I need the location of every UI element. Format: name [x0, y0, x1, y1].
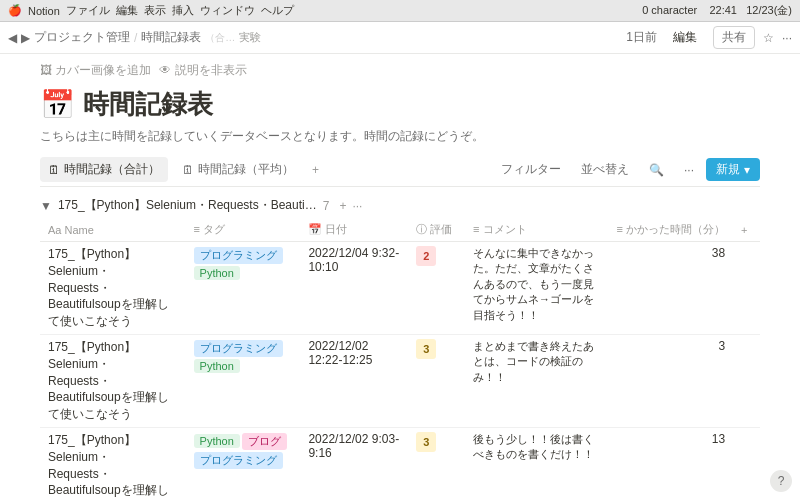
menubar-time: 0 character 22:41 12/23(金) [642, 3, 792, 18]
star-icon[interactable]: ☆ [763, 31, 774, 45]
cell-date-1[interactable]: 2022/12/02 12:22-12:25 [300, 334, 408, 427]
eval-col-icon: ⓘ [416, 223, 427, 235]
cell-tags-1: プログラミングPython [186, 334, 301, 427]
cell-eval-2[interactable]: 3 [408, 427, 465, 500]
col-header-eval[interactable]: ⓘ 評価 [408, 218, 465, 242]
table-row[interactable]: 175_【Python】Selenium・ Requests・Beautiful… [40, 334, 760, 427]
menu-edit[interactable]: 編集 [116, 3, 138, 18]
tag-blog-2[interactable]: ブログ [242, 433, 287, 450]
page-title[interactable]: 時間記録表 [83, 87, 213, 122]
menu-file[interactable]: ファイル [66, 3, 110, 18]
cell-time-0: 38 [609, 242, 733, 335]
cell-add-0 [733, 242, 760, 335]
group-add-button[interactable]: + [339, 199, 346, 213]
filter-button[interactable]: フィルター [493, 158, 569, 181]
tag-python-1[interactable]: Python [194, 359, 240, 373]
topbar-left: ◀ ▶ プロジェクト管理 / 時間記録表 （合… 実験 [8, 29, 620, 46]
menu-window[interactable]: ウィンドウ [200, 3, 255, 18]
hide-desc-button[interactable]: 👁 説明を非表示 [159, 62, 246, 79]
cell-time-2: 13 [609, 427, 733, 500]
breadcrumb-project[interactable]: プロジェクト管理 [34, 29, 130, 46]
edit-button[interactable]: 編集 [665, 27, 705, 48]
char-count: 0 character [642, 4, 697, 16]
chevron-down-icon: ▾ [744, 163, 750, 177]
date-col-label: 日付 [325, 223, 347, 235]
date-col-icon: 📅 [308, 223, 322, 235]
tag-prog-2[interactable]: プログラミング [194, 452, 283, 469]
eval-badge-0: 2 [416, 246, 436, 266]
clock: 22:41 [709, 4, 737, 16]
page-icon: 📅 [40, 88, 75, 121]
eval-badge-2: 3 [416, 432, 436, 452]
apple-icon[interactable]: 🍎 [8, 4, 22, 17]
page-header-actions: 🖼 カバー画像を追加 👁 説明を非表示 [40, 54, 760, 83]
group-toggle[interactable]: ▼ [40, 199, 52, 213]
new-record-button[interactable]: 新規 ▾ [706, 158, 760, 181]
back-icon[interactable]: ◀ [8, 31, 17, 45]
new-label: 新規 [716, 161, 740, 178]
eval-badge-1: 3 [416, 339, 436, 359]
tag-python-0[interactable]: Python [194, 266, 240, 280]
menu-insert[interactable]: 挿入 [172, 3, 194, 18]
sort-button[interactable]: 並べ替え [573, 158, 637, 181]
menu-view[interactable]: 表示 [144, 3, 166, 18]
time-col-icon: ≡ [617, 223, 623, 235]
cell-name-1[interactable]: 175_【Python】Selenium・ Requests・Beautiful… [40, 334, 186, 427]
group-header: ▼ 175_【Python】Selenium・Requests・Beauti… … [40, 191, 760, 218]
search-icon[interactable]: 🔍 [641, 160, 672, 180]
cell-eval-0[interactable]: 2 [408, 242, 465, 335]
cell-comment-0: そんなに集中できなかった。ただ、文章がたくさんあるので、もう一度見てからサムネ→… [465, 242, 609, 335]
cell-eval-1[interactable]: 3 [408, 334, 465, 427]
cell-time-1: 3 [609, 334, 733, 427]
cell-name-0[interactable]: 175_【Python】Selenium・ Requests・Beautiful… [40, 242, 186, 335]
col-header-comment[interactable]: ≡ コメント [465, 218, 609, 242]
cell-comment-2: 後もう少し！！後は書くべきものを書くだけ！！ [465, 427, 609, 500]
col-header-tag[interactable]: ≡ タグ [186, 218, 301, 242]
tag-prog-0[interactable]: プログラミング [194, 247, 283, 264]
breadcrumb-current[interactable]: 時間記録表 [141, 29, 201, 46]
app-name-badge: 実験 [239, 30, 261, 45]
menu-help[interactable]: ヘルプ [261, 3, 294, 18]
col-header-name[interactable]: Aa Name [40, 218, 186, 242]
cell-date-2[interactable]: 2022/12/02 9:03-9:16 [300, 427, 408, 500]
tag-col-label: タグ [203, 223, 225, 235]
more-icon[interactable]: ··· [782, 31, 792, 45]
add-col-label: + [741, 224, 747, 236]
cell-name-2[interactable]: 175_【Python】Selenium・ Requests・Beautiful… [40, 427, 186, 500]
time-col-label: かかった時間（分） [626, 223, 725, 235]
cell-tags-2: Pythonブログプログラミング [186, 427, 301, 500]
tab-total-label: 時間記録（合計） [64, 161, 160, 178]
forward-icon[interactable]: ▶ [21, 31, 30, 45]
tab-avg-label: 時間記録（平均） [198, 161, 294, 178]
breadcrumb-sep: / [134, 31, 137, 45]
table-row[interactable]: 175_【Python】Selenium・ Requests・Beautiful… [40, 242, 760, 335]
group-title: 175_【Python】Selenium・Requests・Beauti… [58, 197, 317, 214]
menu-notion[interactable]: Notion [28, 5, 60, 17]
notion-topbar: ◀ ▶ プロジェクト管理 / 時間記録表 （合… 実験 1日前 編集 共有 ☆ … [0, 22, 800, 54]
menubar-left: 🍎 Notion ファイル 編集 表示 挿入 ウィンドウ ヘルプ [8, 3, 634, 18]
page-description: こちらは主に時間を記録していくデータベースとなります。時間の記録にどうぞ。 [40, 126, 760, 153]
tab-time-avg[interactable]: 🗓 時間記録（平均） [174, 157, 302, 182]
cell-comment-1: まとめまで書き終えたあとは、コードの検証のみ！！ [465, 334, 609, 427]
cell-add-1 [733, 334, 760, 427]
add-cover-button[interactable]: 🖼 カバー画像を追加 [40, 62, 151, 79]
tab-time-total[interactable]: 🗓 時間記録（合計） [40, 157, 168, 182]
date-display: 12/23(金) [746, 4, 792, 16]
page-title-row: 📅 時間記録表 [40, 83, 760, 126]
share-button[interactable]: 共有 [713, 26, 755, 49]
day-count: 1日前 [626, 29, 657, 46]
add-tab-button[interactable]: + [308, 161, 323, 179]
tag-python-2[interactable]: Python [194, 434, 240, 448]
col-header-date[interactable]: 📅 日付 [300, 218, 408, 242]
col-header-add[interactable]: + [733, 218, 760, 242]
help-button[interactable]: ? [770, 470, 792, 492]
tag-prog-1[interactable]: プログラミング [194, 340, 283, 357]
table-row[interactable]: 175_【Python】Selenium・ Requests・Beautiful… [40, 427, 760, 500]
more-options-icon[interactable]: ··· [676, 160, 702, 180]
col-header-time[interactable]: ≡ かかった時間（分） [609, 218, 733, 242]
cell-date-0[interactable]: 2022/12/04 9:32-10:10 [300, 242, 408, 335]
topbar-right: 1日前 編集 共有 ☆ ··· [626, 26, 792, 49]
group-more-button[interactable]: ··· [352, 199, 362, 213]
table-icon-avg: 🗓 [182, 163, 194, 177]
db-toolbar: 🗓 時間記録（合計） 🗓 時間記録（平均） + フィルター 並べ替え 🔍 ···… [40, 153, 760, 187]
